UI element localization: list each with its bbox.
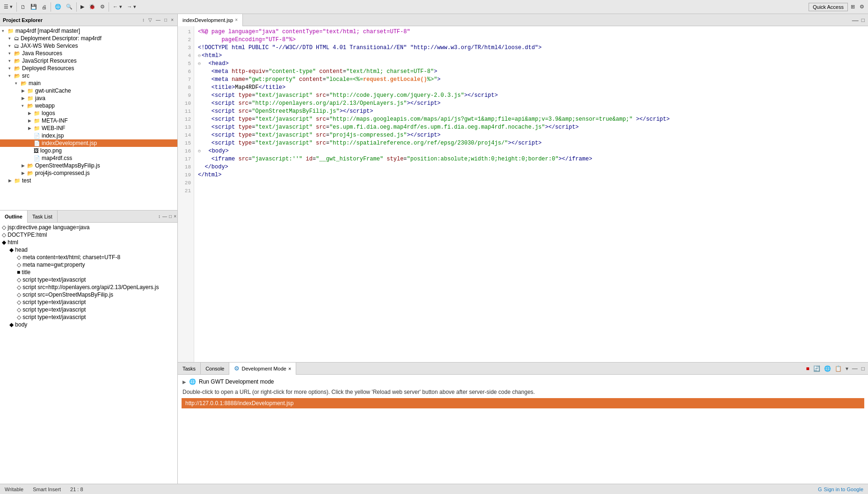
- editor-tab-bar: indexDevelopment.jsp × — □: [178, 14, 868, 26]
- line-number-15: 15: [181, 139, 191, 147]
- outline-max-btn[interactable]: □: [168, 213, 173, 219]
- bottom-minimize-btn[interactable]: —: [851, 365, 859, 372]
- tree-item-logos[interactable]: ▶📁logos: [0, 109, 177, 117]
- code-content[interactable]: <%@ page language="java" contentType="te…: [194, 26, 868, 362]
- tree-item-web-inf[interactable]: ▶📁WEB-INF: [0, 124, 177, 132]
- globe-icon: 🌐: [189, 378, 196, 385]
- new-btn[interactable]: 🗋: [19, 3, 28, 11]
- console-tab-label: Console: [205, 366, 224, 371]
- outline-item[interactable]: ◆ html: [0, 239, 177, 246]
- outline-close-btn[interactable]: ×: [173, 213, 177, 219]
- outline-tab[interactable]: Outline: [0, 211, 28, 223]
- line-number-7: 7: [181, 76, 191, 84]
- tree-item-gwt-unitcache[interactable]: ▶📁gwt-unitCache: [0, 87, 177, 94]
- devmode-tab-close[interactable]: ×: [288, 366, 291, 371]
- line-number-6: 6: [181, 68, 191, 76]
- build-btn[interactable]: ⚙: [98, 3, 107, 11]
- code-line-20: </body>: [198, 163, 864, 171]
- tree-item-meta-inf[interactable]: ▶📁META-INF: [0, 117, 177, 124]
- console-tab[interactable]: Console: [201, 363, 229, 375]
- tree-item-js-res[interactable]: ▾📂JavaScript Resources: [0, 57, 177, 65]
- outline-item[interactable]: ◇ meta content=text/html; charset=UTF-8: [0, 254, 177, 261]
- debug-btn[interactable]: 🐞: [87, 3, 97, 11]
- project-tree: ▾📁map4rdf [map4rdf master]▾🗂Deployment D…: [0, 26, 177, 210]
- pe-sync-btn[interactable]: ↕: [141, 17, 146, 23]
- forward-btn[interactable]: → ▾: [125, 3, 138, 11]
- middle-row: Project Explorer ↕ ▽ — □ × ▾📁map4rdf [ma…: [0, 14, 868, 484]
- dev-mode-run-row: ▶ 🌐 Run GWT Development mode: [180, 377, 866, 387]
- tree-item-map4rdf[interactable]: ▾📁map4rdf [map4rdf master]: [0, 27, 177, 35]
- tree-item-webapp[interactable]: ▾📂webapp: [0, 102, 177, 109]
- tree-item-java-res[interactable]: ▾📂Java Resources: [0, 50, 177, 57]
- tree-item-src[interactable]: ▾📂src: [0, 72, 177, 80]
- bottom-collapse-btn[interactable]: ▾: [844, 365, 850, 372]
- sign-in-area[interactable]: G Sign in to Google: [818, 487, 863, 492]
- code-container[interactable]: 123456789101112131415161718192021 <%@ pa…: [178, 26, 868, 362]
- outline-item[interactable]: ◇ meta name=gwt:property: [0, 261, 177, 269]
- tree-item-deployed[interactable]: ▾📂Deployed Resources: [0, 65, 177, 72]
- outline-item[interactable]: ◆ body: [0, 321, 177, 328]
- tree-item-logopng[interactable]: 🖼logo.png: [0, 147, 177, 154]
- settings-btn[interactable]: ⚙: [858, 3, 866, 11]
- search-btn[interactable]: 🔍: [64, 3, 74, 11]
- pe-max-btn[interactable]: □: [163, 17, 168, 23]
- line-number-16: 16: [181, 147, 191, 155]
- external-btn[interactable]: 🌐: [53, 3, 63, 11]
- stop-btn[interactable]: ■: [805, 365, 811, 372]
- outline-sync-btn[interactable]: ↕: [157, 213, 161, 219]
- run-btn[interactable]: ▶: [79, 3, 86, 11]
- tasks-tab-label: Tasks: [182, 366, 196, 371]
- line-number-12: 12: [181, 116, 191, 124]
- outline-item[interactable]: ◇ jsp:directive.page language=java: [0, 224, 177, 231]
- outline-item[interactable]: ◇ script type=text/javascript: [0, 298, 177, 306]
- outline-item[interactable]: ◇ script type=text/javascript: [0, 313, 177, 321]
- outline-item[interactable]: ◇ DOCTYPE:html: [0, 231, 177, 239]
- editor-maximize-btn[interactable]: □: [860, 16, 866, 24]
- copy-btn[interactable]: 📋: [833, 365, 843, 372]
- editor-tab-close[interactable]: ×: [235, 17, 238, 22]
- tasks-tab[interactable]: Tasks: [178, 363, 201, 375]
- outline-item[interactable]: ■ title: [0, 269, 177, 276]
- outline-collapse-btn[interactable]: —: [161, 213, 168, 219]
- bottom-maximize-btn[interactable]: □: [860, 365, 866, 372]
- tree-item-java[interactable]: ▶📁java: [0, 94, 177, 102]
- pe-collapse-btn[interactable]: —: [155, 17, 161, 23]
- tree-item-indexjsp[interactable]: 📄index.jsp: [0, 132, 177, 139]
- outline-item[interactable]: ◇ script src=http://openlayers.org/api/2…: [0, 283, 177, 291]
- tree-item-main[interactable]: ▾📂main: [0, 80, 177, 87]
- editor-minimize-btn[interactable]: —: [851, 16, 860, 24]
- print-btn[interactable]: 🖨: [40, 3, 49, 11]
- code-line-4: ⊖<html>: [198, 52, 864, 60]
- perspective-btn[interactable]: ⊞: [849, 3, 857, 11]
- tree-item-jaxws[interactable]: ▾🗂JAX-WS Web Services: [0, 42, 177, 50]
- open-browser-btn[interactable]: 🌐: [823, 365, 832, 372]
- tree-item-proj4js[interactable]: ▶📂proj4js-compressed.js: [0, 169, 177, 177]
- line-number-8: 8: [181, 84, 191, 92]
- outline-item[interactable]: ◇ script type=text/javascript: [0, 306, 177, 313]
- quick-access-button[interactable]: Quick Access: [809, 3, 848, 11]
- dev-mode-url[interactable]: http://127.0.0.1:8888/indexDevelopment.j…: [182, 398, 864, 408]
- line-number-4: 4: [181, 52, 191, 60]
- reload-btn[interactable]: 🔄: [812, 365, 822, 372]
- code-line-11: <script src="OpenStreetMapsByFilip.js"><…: [198, 108, 864, 116]
- editor-tab-indexdev[interactable]: indexDevelopment.jsp ×: [178, 14, 243, 26]
- pe-close-btn[interactable]: ×: [170, 17, 175, 23]
- outline-item[interactable]: ◇ script src=OpenStreetMapsByFilip.js: [0, 291, 177, 298]
- tree-item-indexdev[interactable]: 📄indexDevelopment.jsp: [0, 139, 177, 147]
- pe-filter-btn[interactable]: ▽: [147, 17, 153, 23]
- outline-item[interactable]: ◇ script type=text/javascript: [0, 276, 177, 283]
- tasklist-tab[interactable]: Task List: [28, 211, 58, 223]
- tree-item-openstreetmaps[interactable]: ▶📂OpenStreetMapsByFilip.js: [0, 162, 177, 169]
- tree-item-deployment[interactable]: ▾🗂Deployment Descriptor: map4rdf: [0, 35, 177, 42]
- line-number-18: 18: [181, 163, 191, 171]
- devmode-icon: ⚙: [234, 365, 240, 372]
- back-btn[interactable]: ← ▾: [111, 3, 124, 11]
- devmode-tab[interactable]: ⚙ Development Mode ×: [229, 363, 296, 375]
- outline-item[interactable]: ◆ head: [0, 246, 177, 254]
- tree-item-test[interactable]: ▶📁test: [0, 177, 177, 184]
- save-btn[interactable]: 💾: [29, 3, 39, 11]
- tree-item-map4rdfcss[interactable]: 📄map4rdf.css: [0, 154, 177, 162]
- toolbar-btn-1[interactable]: ☰ ▾: [2, 3, 15, 11]
- dev-mode-run-label: Run GWT Development mode: [199, 378, 274, 385]
- sign-in-label[interactable]: Sign in to Google: [824, 487, 863, 492]
